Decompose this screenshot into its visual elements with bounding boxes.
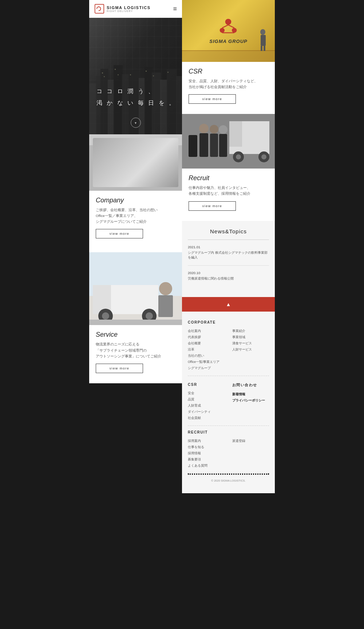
footer-divider-3: [188, 473, 269, 475]
arrow-up-icon: ▲: [226, 301, 231, 307]
footer-link-food-service[interactable]: 滴食サービス: [232, 340, 269, 347]
footer-link-quality[interactable]: 品質: [188, 396, 225, 403]
footer-link-office[interactable]: Office一覧/事業エリア: [188, 359, 225, 365]
footer-link-overview[interactable]: 会社概要: [188, 340, 225, 347]
svg-rect-0: [95, 4, 104, 13]
csr-view-more-button[interactable]: view more: [189, 94, 236, 104]
footer-copyright: © 2020 SIGMA LOGISTICS.: [188, 479, 269, 482]
news-section: News&Topics 2021.01 シグマグループ内 株式会社シグマテックの…: [182, 221, 275, 297]
footer-link-requirements[interactable]: 募集要項: [188, 456, 225, 463]
svg-point-30: [135, 175, 138, 178]
svg-rect-28: [132, 164, 159, 186]
service-body: Service 物流業界のニーズに応える 「サプライチェーン領域専門の アウトソ…: [89, 325, 182, 383]
svg-point-43: [225, 19, 232, 25]
footer-link-philosophy[interactable]: 当社の想い: [188, 353, 225, 359]
footer-link-business-intro[interactable]: 事業紹介: [232, 328, 269, 334]
news-item-1: 2021.01 シグマグループ内 株式会社シグマテックの飲料事業部を編入: [188, 245, 269, 266]
svg-point-1: [98, 6, 99, 7]
logo-company-name: Sigma Logistics: [107, 5, 151, 10]
service-description: 物流業界のニーズに応える 「サプライチェーン領域専門の アウトソーシング事業」に…: [96, 341, 175, 359]
svg-point-64: [210, 125, 218, 134]
service-view-more-button[interactable]: view more: [96, 364, 143, 373]
hero-section: コ コ ロ 潤 う 、 渇 か な い 毎 日 を 。 ▾: [89, 18, 182, 134]
footer-corporate-col1: 会社案内 代表挨拶 会社概要 沿革 当社の想い Office一覧/事業エリア シ…: [188, 328, 225, 371]
company-section: Company ご挨拶、会社概要、沿革、当社の想い Office一覧／事業エリア…: [89, 134, 182, 249]
footer-link-sigma-group[interactable]: シグマグループ: [188, 365, 225, 371]
footer-link-privacy[interactable]: プライバシーポリシー: [232, 397, 269, 404]
svg-point-45: [220, 28, 225, 32]
csr-image: SIGMA GROUP: [182, 0, 275, 62]
hero-line2: 渇 か な い 毎 日 を 。: [96, 97, 176, 109]
svg-point-27: [138, 148, 154, 164]
footer-link-recruit-info[interactable]: 採用情報: [188, 450, 225, 456]
service-title: Service: [96, 331, 175, 339]
footer-link-dispatch-register[interactable]: 派遣登録: [232, 438, 269, 444]
logo-area[interactable]: Sigma Logistics RIGHT DELIVERY: [94, 4, 151, 14]
svg-point-59: [261, 154, 266, 159]
footer-link-human-service[interactable]: 人財サービス: [232, 347, 269, 353]
driver-illustration: [89, 134, 182, 191]
news-item-2: 2020.10 労働派遣情報に関わる情報公開: [188, 271, 269, 286]
left-phone-section: Sigma Logistics RIGHT DELIVERY ≡: [89, 0, 182, 383]
footer-link-human-dev[interactable]: 人財育成: [188, 403, 225, 409]
news-text-1: シグマグループ内 株式会社シグマテックの飲料事業部を編入: [188, 250, 269, 260]
hamburger-menu-button[interactable]: ≡: [173, 5, 177, 13]
news-title: News&Topics: [188, 228, 269, 234]
csr-title: CSR: [189, 68, 268, 75]
recruit-description: 仕事内容や魅力、社員インタビュー、 各種支援制度など、採用情報をご紹介: [189, 185, 268, 197]
svg-point-37: [102, 312, 109, 320]
footer-link-diversity[interactable]: ダイバーシティ: [188, 409, 225, 415]
svg-rect-52: [264, 46, 265, 51]
recruit-image: [182, 114, 275, 169]
person-silhouette-icon: [258, 29, 268, 51]
svg-line-47: [228, 25, 234, 28]
recruit-illustration: [182, 114, 275, 169]
footer-link-know-work[interactable]: 仕事を知る: [188, 444, 225, 450]
back-to-top-button[interactable]: ▲: [182, 297, 275, 312]
footer-recruit-label: RECRUIT: [188, 430, 269, 434]
footer-corporate-col2: 事業紹介 事業領域 滴食サービス 人財サービス: [232, 328, 269, 371]
footer-link-safety[interactable]: 安全: [188, 390, 225, 396]
footer-link-faq[interactable]: よくある質問: [188, 463, 225, 469]
footer-recruit-links: 採用案内 仕事を知る 採用情報 募集要項 よくある質問 派遣登録: [188, 438, 269, 469]
footer-link-company-intro[interactable]: 会社案内: [188, 328, 225, 334]
footer-link-news[interactable]: 新着情報: [232, 391, 269, 397]
site-footer: CORPORATE 会社案内 代表挨拶 会社概要 沿革 当社の想い Office…: [182, 312, 275, 493]
footer-corporate-label: CORPORATE: [188, 320, 269, 324]
footer-csr-label: CSR: [188, 383, 225, 387]
company-view-more-button[interactable]: view more: [96, 229, 143, 238]
footer-link-history[interactable]: 沿革: [188, 347, 225, 353]
footer-divider-2: [188, 426, 269, 426]
logo-text: Sigma Logistics RIGHT DELIVERY: [107, 5, 151, 12]
footer-csr-col: CSR 安全 品質 人財育成 ダイバーシティ 社会貢献: [188, 380, 225, 421]
logo-tagline: RIGHT DELIVERY: [107, 10, 151, 12]
svg-rect-42: [89, 320, 182, 325]
svg-rect-67: [219, 134, 227, 157]
footer-contact-label: お問い合わせ: [232, 383, 269, 388]
footer-recruit-col1: 採用案内 仕事を知る 採用情報 募集要項 よくある質問: [188, 438, 225, 469]
footer-link-recruit-guide[interactable]: 採用案内: [188, 438, 225, 444]
sigma-group-logo: SIGMA GROUP: [209, 18, 247, 44]
svg-point-29: [128, 168, 145, 184]
footer-link-business-area[interactable]: 事業領域: [232, 334, 269, 340]
svg-rect-63: [199, 133, 208, 157]
svg-point-62: [199, 124, 209, 133]
csr-body: CSR 安全、品質、人財、ダイバーシティなど、 当社が掲げる社会貢献活動をご紹介…: [182, 62, 275, 114]
service-image: [89, 252, 182, 325]
svg-point-60: [188, 126, 198, 135]
footer-link-social[interactable]: 社会貢献: [188, 415, 225, 421]
hero-line1: コ コ ロ 潤 う 、: [96, 86, 176, 97]
svg-rect-61: [189, 135, 197, 157]
logo-icon: [94, 4, 104, 14]
svg-point-57: [236, 154, 241, 159]
svg-rect-65: [210, 134, 218, 157]
footer-contact-col: お問い合わせ 新着情報 プライバシーポリシー: [232, 380, 269, 421]
service-illustration: [89, 252, 182, 325]
footer-link-greeting[interactable]: 代表挨拶: [188, 334, 225, 340]
right-phone-section: SIGMA GROUP CSR: [182, 0, 275, 493]
company-body: Company ご挨拶、会社概要、沿革、当社の想い Office一覧／事業エリア…: [89, 191, 182, 249]
recruit-view-more-button[interactable]: view more: [189, 201, 236, 211]
company-image: [89, 134, 182, 191]
svg-point-49: [260, 29, 265, 35]
scroll-down-indicator[interactable]: ▾: [131, 118, 141, 128]
